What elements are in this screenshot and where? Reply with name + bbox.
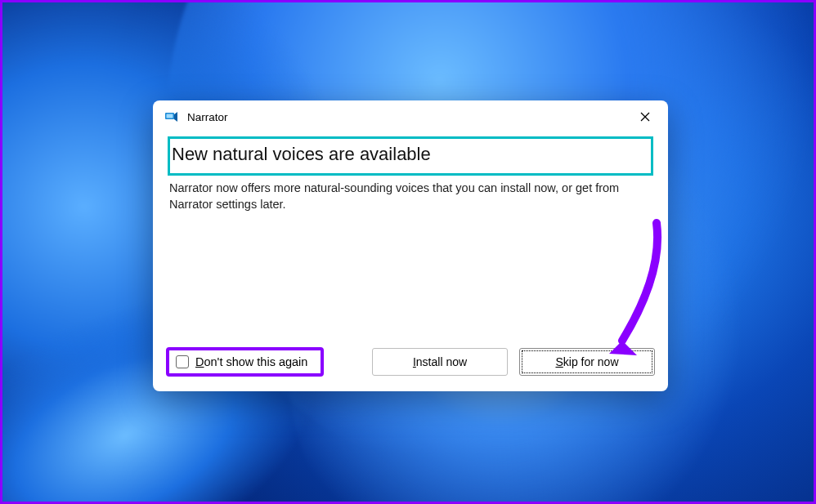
dialog-description: Narrator now offers more natural-soundin… [168, 181, 653, 212]
close-icon [640, 112, 650, 122]
close-button[interactable] [629, 105, 661, 129]
dont-show-highlight: Don't show this again [166, 347, 324, 377]
install-now-button[interactable]: Install now [372, 348, 508, 376]
dialog-content: New natural voices are available Narrato… [153, 133, 668, 347]
narrator-icon [164, 109, 179, 124]
narrator-dialog: Narrator New natural voices are availabl… [153, 100, 668, 391]
skip-for-now-button[interactable]: Skip for now [519, 348, 655, 376]
svg-rect-1 [167, 114, 173, 118]
dont-show-checkbox[interactable] [176, 355, 189, 368]
window-title: Narrator [187, 111, 629, 123]
dont-show-label[interactable]: Don't show this again [195, 355, 307, 368]
dialog-heading: New natural voices are available [172, 144, 646, 165]
desktop-wallpaper: Narrator New natural voices are availabl… [0, 0, 816, 504]
titlebar: Narrator [153, 100, 668, 133]
heading-highlight: New natural voices are available [168, 136, 653, 176]
dialog-footer: Don't show this again Install now Skip f… [153, 347, 668, 391]
